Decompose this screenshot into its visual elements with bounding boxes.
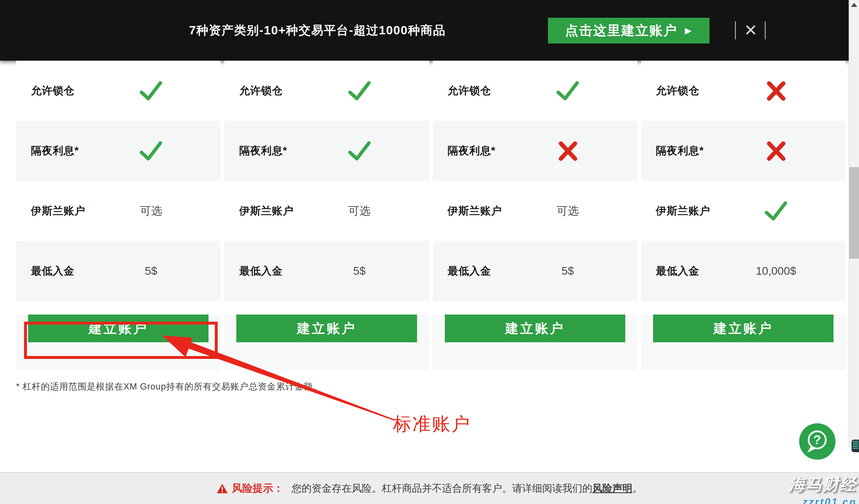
warning-triangle-icon (216, 483, 228, 494)
risk-warning-text: 您的资金存在风险。杠杆商品并不适合所有客户。请详细阅读我们的 (291, 482, 592, 495)
close-banner-button[interactable]: ✕ (741, 19, 761, 42)
table-row: 允许锁仓 (433, 61, 637, 121)
scrollbar-up-arrow[interactable] (851, 3, 857, 7)
table-row: 伊斯兰账户 (641, 181, 846, 241)
feature-label: 允许锁仓 (448, 83, 491, 98)
account-column-2: 允许锁仓 隔夜利息* 伊斯兰账户 可选 最低入金 5$ 建立账户 (224, 61, 429, 371)
risk-warning-label: 风险提示： (232, 482, 284, 495)
check-icon (346, 78, 373, 104)
feature-value: 可选 (348, 203, 371, 219)
feature-label: 隔夜利息* (448, 144, 496, 158)
feature-label: 伊斯兰账户 (31, 204, 85, 218)
table-row: 允许锁仓 (16, 61, 221, 121)
mini-widget[interactable] (852, 440, 859, 452)
cross-icon (763, 138, 789, 164)
create-account-button-4[interactable]: 建立账户 (653, 315, 833, 342)
leverage-footnote: * 杠杆的适用范围是根据在XM Group持有的所有交易账户总资金累计金额。 (16, 381, 322, 393)
feature-label: 伊斯兰账户 (239, 204, 293, 218)
account-column-3: 允许锁仓 隔夜利息* 伊斯兰账户 可选 最低入金 5$ 建立账户 (433, 61, 637, 371)
scrollbar-track[interactable] (849, 0, 859, 447)
feature-label: 隔夜利息* (239, 144, 287, 158)
feature-value (555, 138, 581, 164)
feature-value (138, 78, 164, 104)
feature-value: 5$ (353, 265, 365, 277)
cross-icon (763, 78, 789, 104)
risk-statement-link[interactable]: 风险声明 (592, 482, 632, 495)
button-row: 建立账户 (641, 315, 846, 371)
banner-title: 7种资产类别-10+种交易平台-超过1000种商品 (189, 0, 446, 61)
button-row: 建立账户 (433, 315, 637, 371)
table-row: 隔夜利息* (433, 121, 637, 181)
table-row: 伊斯兰账户 可选 (16, 181, 221, 241)
button-row: 建立账户 (224, 315, 429, 371)
divider (735, 21, 736, 40)
feature-label: 允许锁仓 (656, 83, 699, 98)
feature-value: 5$ (561, 265, 574, 277)
table-row: 伊斯兰账户 可选 (224, 181, 429, 241)
button-row: 建立账户 (16, 315, 221, 371)
scrollbar-thumb[interactable] (849, 167, 859, 259)
table-row: 伊斯兰账户 可选 (433, 181, 637, 241)
check-icon (138, 138, 164, 164)
feature-label: 允许锁仓 (31, 83, 74, 98)
feature-label: 最低入金 (31, 264, 74, 278)
feature-value: 10,000$ (756, 265, 796, 277)
feature-label: 最低入金 (448, 264, 491, 278)
check-icon (555, 78, 581, 104)
feature-value: 可选 (140, 203, 162, 219)
table-row: 最低入金 5$ (433, 241, 637, 301)
arrow-right-icon: ▶ (685, 26, 692, 35)
feature-value (346, 78, 373, 104)
table-row: 隔夜利息* (16, 121, 221, 181)
create-account-button-2[interactable]: 建立账户 (236, 315, 417, 342)
table-row: 最低入金 5$ (16, 241, 221, 301)
help-button[interactable]: ? (799, 423, 835, 460)
check-icon (138, 78, 164, 104)
account-column-1: 允许锁仓 隔夜利息* 伊斯兰账户 可选 最低入金 5$ 建立账户 (16, 61, 221, 371)
annotation-label: 标准账户 (393, 412, 471, 437)
feature-value (555, 78, 581, 104)
feature-label: 隔夜利息* (656, 144, 704, 158)
feature-value (138, 138, 164, 164)
table-row: 最低入金 10,000$ (641, 241, 846, 301)
feature-label: 伊斯兰账户 (656, 204, 710, 218)
banner-cta-label: 点击这里建立账户 (565, 22, 677, 40)
feature-label: 最低入金 (656, 264, 699, 278)
feature-label: 隔夜利息* (31, 144, 79, 158)
banner-create-account-button[interactable]: 点击这里建立账户 ▶ (548, 18, 709, 44)
risk-warning-suffix: 。 (632, 482, 643, 495)
account-column-4: 允许锁仓 隔夜利息* 伊斯兰账户 最低入金 10,000$ 建立账户 (641, 61, 846, 371)
create-account-button-1[interactable]: 建立账户 (28, 315, 209, 342)
feature-value (763, 198, 789, 224)
divider (765, 21, 766, 40)
risk-warning-bar: 风险提示： 您的资金存在风险。杠杆商品并不适合所有客户。请详细阅读我们的 风险声… (0, 472, 859, 504)
create-account-button-3[interactable]: 建立账户 (445, 315, 625, 342)
feature-label: 允许锁仓 (239, 83, 283, 98)
table-row: 隔夜利息* (224, 121, 429, 181)
table-row: 允许锁仓 (641, 61, 846, 121)
feature-value: 5$ (145, 265, 157, 277)
question-bubble-icon: ? (799, 423, 835, 460)
table-row: 隔夜利息* (641, 121, 846, 181)
table-row: 允许锁仓 (224, 61, 429, 121)
promo-banner: 7种资产类别-10+种交易平台-超过1000种商品 点击这里建立账户 ▶ ✕ (0, 0, 849, 61)
account-comparison-table: 允许锁仓 隔夜利息* 伊斯兰账户 可选 最低入金 5$ 建立账户 允许锁仓 (16, 61, 846, 371)
feature-value: 可选 (557, 203, 579, 219)
close-icon: ✕ (744, 21, 758, 39)
check-icon (763, 198, 789, 224)
feature-label: 伊斯兰账户 (448, 204, 502, 218)
feature-value (346, 138, 373, 164)
svg-text:?: ? (813, 433, 821, 447)
table-row: 最低入金 5$ (224, 241, 429, 301)
cross-icon (555, 138, 581, 164)
feature-value (763, 138, 789, 164)
feature-value (763, 78, 789, 104)
feature-label: 最低入金 (239, 264, 283, 278)
check-icon (346, 138, 373, 164)
